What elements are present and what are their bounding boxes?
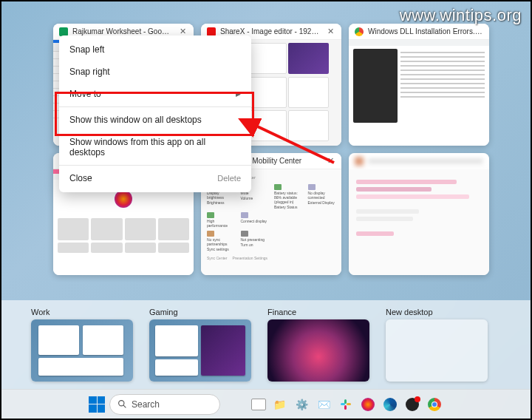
taskbar-app-firefox[interactable] [359, 396, 377, 413]
app-icon [355, 157, 364, 166]
desktop-thumbnail [267, 319, 369, 382]
taskbar-app-mail[interactable]: ✉️ [315, 396, 332, 413]
window-titlebar [349, 153, 489, 169]
menu-close[interactable]: CloseDelete [59, 167, 251, 189]
start-button[interactable] [89, 396, 105, 413]
menu-show-window-all-desktops[interactable]: Show this window on all desktops [59, 109, 251, 131]
menu-show-app-all-desktops[interactable]: Show windows from this app on all deskto… [59, 131, 251, 163]
virtual-desktop-gaming[interactable]: Gaming [149, 308, 251, 382]
new-desktop-button[interactable]: New desktop [386, 308, 488, 382]
sharex-icon [207, 27, 216, 36]
close-icon[interactable]: ✕ [325, 156, 335, 166]
search-icon [117, 399, 127, 409]
svg-point-2 [119, 401, 124, 406]
sheets-icon [59, 27, 68, 36]
taskbar: Search 📁 ⚙️ ✉️ [1, 389, 531, 419]
svg-rect-4 [341, 403, 345, 405]
desktop-label: Finance [267, 308, 369, 316]
taskbar-app-obs[interactable] [403, 396, 421, 413]
task-view-window-blank[interactable] [349, 153, 489, 275]
taskbar-app-edge[interactable] [381, 396, 399, 413]
shortcut-label: Delete [217, 174, 241, 183]
taskbar-app-explorer[interactable]: 📁 [270, 396, 288, 413]
taskbar-app-chrome[interactable] [426, 396, 443, 413]
window-thumbnail [349, 169, 489, 275]
desktop-label: Work [31, 308, 133, 316]
taskbar-app-slack[interactable] [337, 396, 355, 413]
task-view-button[interactable] [251, 399, 266, 410]
search-placeholder: Search [132, 399, 160, 410]
menu-separator [59, 165, 251, 166]
svg-rect-7 [344, 405, 347, 410]
svg-line-3 [123, 405, 126, 407]
desktop-thumbnail [386, 319, 488, 382]
window-title: Rajkumar Worksheet - Google Sheets - Goo… [72, 27, 173, 35]
desktop-label: New desktop [386, 308, 488, 316]
taskbar-app-settings[interactable]: ⚙️ [293, 396, 310, 413]
menu-separator [59, 106, 251, 107]
watermark-text: www.wintips.org [400, 6, 522, 25]
window-title: Windows DLL Installation Errors. - Googl… [368, 27, 483, 35]
menu-snap-left[interactable]: Snap left [59, 38, 251, 61]
close-icon[interactable]: ✕ [325, 27, 335, 37]
virtual-desktop-work[interactable]: Work [31, 308, 133, 382]
virtual-desktop-finance[interactable]: Finance [267, 308, 369, 382]
desktop-thumbnail [149, 319, 251, 382]
window-title: ShareX - Image editor - 1920x1080 [220, 27, 321, 35]
desktop-label: Gaming [149, 308, 251, 316]
window-titlebar: Windows DLL Installation Errors. - Googl… [349, 24, 489, 40]
menu-move-to[interactable]: Move to▶ [59, 83, 251, 105]
virtual-desktops-strip: Work Gaming Finance New desktop [1, 300, 531, 389]
svg-rect-5 [347, 403, 351, 405]
task-view-window-chrome[interactable]: Windows DLL Installation Errors. - Googl… [349, 24, 489, 146]
svg-rect-6 [344, 399, 347, 404]
chevron-right-icon: ▶ [236, 90, 241, 98]
desktop-thumbnail [31, 319, 133, 382]
context-menu: Snap left Snap right Move to▶ Show this … [59, 35, 251, 192]
window-thumbnail [349, 40, 489, 146]
chrome-icon [355, 27, 364, 36]
search-input[interactable]: Search [109, 394, 220, 415]
menu-snap-right[interactable]: Snap right [59, 61, 251, 83]
